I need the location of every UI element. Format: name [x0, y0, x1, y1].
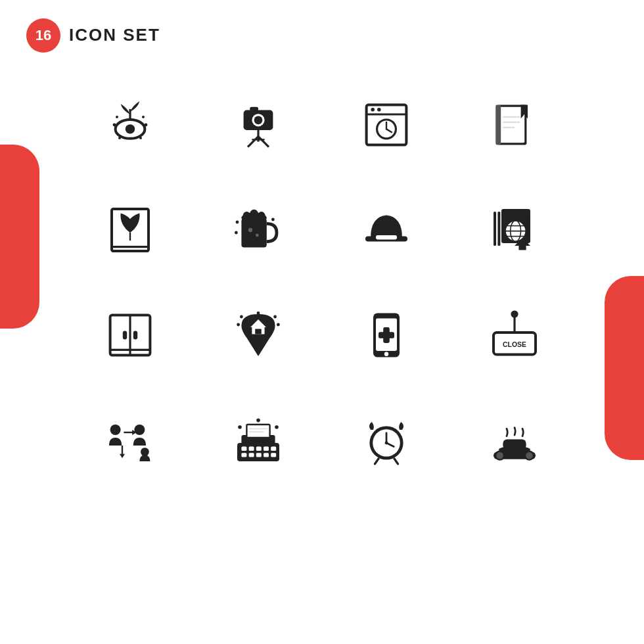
svg-point-66: [240, 315, 243, 319]
svg-point-101: [238, 425, 242, 429]
svg-point-38: [250, 210, 258, 218]
svg-line-108: [375, 459, 379, 464]
svg-rect-95: [241, 453, 246, 457]
svg-line-23: [386, 129, 392, 132]
svg-rect-96: [248, 453, 254, 457]
typewriter-icon: [232, 414, 285, 467]
svg-point-111: [495, 451, 504, 460]
eye-plant-cell: [66, 72, 194, 177]
svg-rect-63: [255, 329, 262, 334]
browser-clock-cell: [322, 72, 450, 177]
svg-point-1: [125, 124, 134, 133]
svg-point-19: [371, 108, 375, 112]
svg-point-11: [254, 116, 262, 124]
mobile-health-icon: [360, 309, 413, 361]
svg-point-76: [511, 310, 518, 317]
svg-point-80: [141, 448, 149, 456]
page-title: ICON SET: [69, 25, 160, 45]
svg-rect-61: [133, 331, 137, 340]
notebook-leaf-cell: [66, 177, 194, 283]
location-home-cell: [194, 283, 322, 388]
notebook-leaf-icon: [104, 204, 156, 256]
svg-rect-60: [122, 331, 126, 340]
close-sign-cell: CLOSE: [450, 283, 578, 388]
svg-rect-25: [499, 107, 524, 143]
svg-rect-26: [495, 105, 501, 145]
svg-point-6: [142, 116, 145, 118]
svg-rect-114: [503, 439, 526, 449]
svg-point-44: [271, 218, 275, 221]
svg-rect-92: [256, 447, 261, 451]
svg-point-102: [275, 425, 279, 429]
document-globe-icon: [488, 204, 541, 256]
svg-point-37: [242, 212, 250, 219]
svg-rect-47: [494, 212, 496, 246]
svg-rect-85: [237, 443, 279, 461]
book-bookmark-cell: [450, 72, 578, 177]
svg-point-40: [248, 228, 252, 232]
svg-rect-97: [256, 453, 261, 457]
svg-point-67: [273, 315, 277, 319]
browser-clock-icon: [360, 99, 413, 151]
svg-point-68: [256, 311, 260, 315]
svg-rect-93: [264, 447, 269, 451]
svg-rect-99: [271, 453, 276, 457]
team-transfer-cell: [66, 388, 194, 493]
svg-rect-12: [250, 107, 258, 111]
svg-rect-73: [379, 332, 394, 338]
document-globe-cell: [450, 177, 578, 283]
svg-point-71: [384, 352, 388, 356]
icon-grid: CLOSE: [66, 72, 578, 493]
svg-rect-91: [248, 447, 254, 451]
svg-rect-98: [264, 453, 269, 457]
icon-count-badge: 16: [26, 18, 60, 53]
svg-marker-84: [120, 454, 125, 458]
badge-number: 16: [35, 27, 51, 44]
hot-food-icon: [488, 414, 541, 467]
svg-rect-48: [497, 212, 500, 246]
svg-text:CLOSE: CLOSE: [503, 341, 526, 348]
svg-point-20: [377, 108, 381, 112]
svg-rect-46: [376, 235, 397, 239]
hot-food-cell: [450, 388, 578, 493]
svg-point-78: [110, 425, 120, 435]
camera-tripod-cell: [194, 72, 322, 177]
svg-line-15: [258, 137, 269, 147]
decorative-shape-left: [0, 145, 39, 329]
svg-point-43: [235, 231, 238, 235]
svg-point-100: [256, 419, 260, 423]
location-home-icon: [232, 309, 285, 361]
svg-point-42: [235, 221, 239, 224]
svg-point-4: [144, 124, 147, 127]
mobile-health-cell: [322, 283, 450, 388]
svg-rect-94: [271, 447, 276, 451]
svg-point-8: [139, 137, 142, 139]
close-sign-icon: CLOSE: [488, 309, 541, 361]
svg-point-5: [116, 116, 118, 118]
beer-mug-cell: [194, 177, 322, 283]
svg-point-3: [112, 124, 116, 127]
svg-point-79: [134, 425, 145, 435]
camera-tripod-icon: [232, 99, 285, 151]
svg-point-65: [277, 323, 280, 327]
hard-hat-cell: [322, 177, 450, 283]
book-bookmark-icon: [488, 99, 541, 151]
eye-plant-icon: [104, 99, 156, 151]
hard-hat-icon: [360, 204, 413, 256]
svg-point-107: [384, 442, 388, 445]
svg-line-14: [248, 137, 258, 147]
svg-point-64: [237, 323, 240, 327]
svg-point-112: [525, 451, 534, 460]
typewriter-cell: [194, 388, 322, 493]
mirror-icon: [104, 309, 156, 361]
alarm-clock-icon: [360, 414, 413, 467]
alarm-clock-cell: [322, 388, 450, 493]
team-transfer-icon: [104, 414, 156, 467]
mirror-cell: [66, 283, 194, 388]
svg-rect-87: [246, 425, 269, 438]
svg-rect-90: [241, 447, 246, 451]
svg-point-39: [258, 212, 265, 219]
svg-point-7: [118, 137, 121, 139]
beer-mug-icon: [232, 204, 285, 256]
decorative-shape-right: [605, 276, 644, 460]
